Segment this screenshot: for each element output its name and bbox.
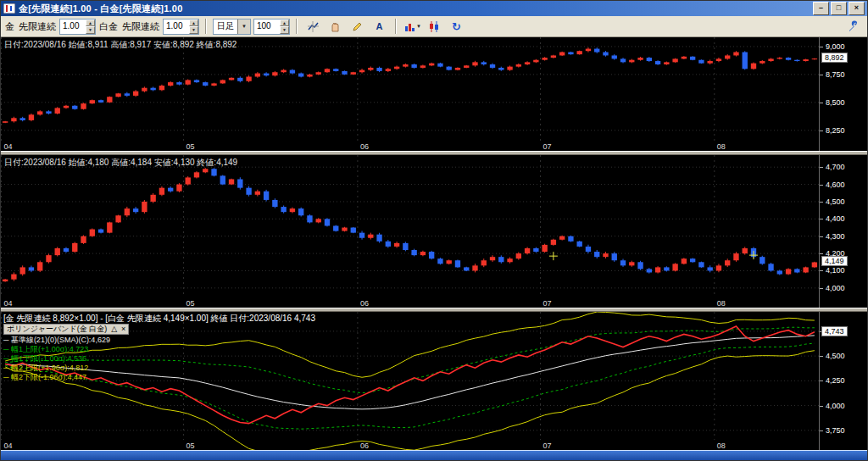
text-tool-button[interactable]: A [370, 17, 389, 36]
pencil-icon [351, 20, 364, 33]
y-axis-tickmark [820, 103, 823, 103]
spinner-arrows[interactable]: ▲ ▼ [86, 19, 95, 34]
symbol1-multiplier-value: 1.00 [60, 19, 86, 34]
y-axis-tickmark [820, 75, 823, 75]
gold-price-axis: 9,0008,7508,5008,2508,892 [819, 37, 867, 151]
y-axis-tickmark [820, 270, 823, 271]
spinner-down-icon[interactable]: ▼ [189, 26, 198, 34]
x-axis-label: 05 [186, 442, 195, 450]
indicator-button[interactable] [425, 17, 444, 36]
timeframe-select[interactable]: 日足 ▼ [213, 19, 251, 35]
symbol2-multiplier-spinner[interactable]: 1.00 ▲ ▼ [163, 19, 199, 35]
y-axis-tick: 4,500 [826, 197, 845, 206]
indicator-legend-item: ─ 幅1下限(-1.00σ):4,536 [3, 354, 110, 364]
x-axis-label: 06 [360, 299, 369, 308]
y-axis-tickmark [820, 253, 823, 254]
y-axis-tick: 8,750 [826, 70, 845, 79]
maximize-button[interactable]: □ [831, 2, 847, 15]
indicator-legend-item: ─ 幅2下限(-1.96σ):4,447 [3, 373, 110, 382]
spinner-arrows[interactable]: ▲ ▼ [189, 19, 198, 34]
wrench-icon [848, 20, 860, 33]
spread-formula-text: [金 先限連続 8,892×1.00] - [白金 先限連続 4,149×1.0… [3, 313, 315, 325]
chart-type-button[interactable]: ▼ [403, 17, 422, 36]
settings-button[interactable] [844, 17, 864, 36]
spread-line-plot[interactable]: [金 先限連続 8,892×1.00] - [白金 先限連続 4,149×1.0… [1, 312, 819, 450]
app-window: 金[先限連続]1.00 - 白金[先限連続]1.00 – □ × 金 先限連続 … [0, 0, 868, 461]
spinner-down-icon[interactable]: ▼ [280, 26, 289, 34]
toolbar-separator [205, 19, 207, 34]
platinum-price-axis: 4,7004,6004,5004,4004,3004,2004,1004,000… [819, 155, 867, 308]
refresh-icon: ↻ [452, 21, 461, 32]
indicator-title: ボリンジャーバンド(金 白金) [7, 325, 107, 334]
symbol2-multiplier-value: 1.00 [164, 19, 189, 34]
indicator-legend-item: ─ 幅2上限(+1.96σ):4,812 [3, 364, 110, 373]
symbol1-contract-label: 先限連続 [19, 20, 56, 33]
chevron-down-icon: ▼ [416, 24, 421, 29]
gold-candlestick-plot[interactable]: 日付:2023/08/16 始値:8,911 高値:8,917 安値:8,892… [1, 37, 819, 151]
x-axis-label: 07 [542, 299, 551, 308]
indicator-legend-items: ─ 基準線(21)(0)(SMA)(C):4,629─ 幅1上限(+1.00σ)… [3, 336, 110, 382]
x-axis-label: 07 [542, 442, 551, 450]
chart-panel-platinum: 日付:2023/08/16 始値:4,180 高値:4,184 安値:4,130… [1, 155, 867, 308]
chevron-down-icon[interactable]: ▼ [237, 19, 250, 34]
gold-x-axis: 0405060708 [1, 141, 819, 151]
indicator-close-button[interactable]: × [121, 325, 125, 334]
y-axis-tickmark [820, 47, 823, 47]
platinum-x-axis: 0405060708 [1, 297, 819, 308]
y-axis-tick: 4,600 [826, 181, 845, 189]
last-price-label: 4,149 [821, 256, 848, 266]
gold-ohlc-info: 日付:2023/08/16 始値:8,911 高値:8,917 安値:8,892… [4, 39, 236, 51]
y-axis-tick: 9,000 [826, 42, 845, 51]
y-axis-tickmark [820, 380, 823, 381]
y-axis-tick: 8,500 [826, 98, 845, 107]
hand-icon [329, 20, 342, 33]
spinner-down-icon[interactable]: ▼ [86, 26, 95, 34]
y-axis-tick: 8,250 [826, 126, 845, 135]
crosshair-icon [307, 20, 320, 33]
y-axis-tick: 3,750 [826, 426, 845, 435]
refresh-button[interactable]: ↻ [447, 17, 466, 36]
chart-canvas[interactable] [1, 37, 819, 151]
app-icon [3, 3, 16, 14]
crosshair-tool-button[interactable] [303, 17, 323, 36]
platinum-candlestick-plot[interactable]: 日付:2023/08/16 始値:4,180 高値:4,184 安値:4,130… [1, 155, 819, 308]
symbol1-label: 金 [5, 20, 14, 33]
y-axis-tick: 4,000 [826, 284, 845, 292]
spinner-up-icon[interactable]: ▲ [86, 19, 95, 27]
x-axis-label: 05 [186, 142, 195, 151]
x-axis-label: 08 [717, 442, 726, 450]
spinner-up-icon[interactable]: ▲ [189, 19, 198, 27]
x-axis-label: 04 [4, 142, 13, 151]
draw-line-tool-button[interactable] [348, 17, 367, 36]
y-axis-tick: 4,000 [826, 402, 845, 410]
x-axis-label: 06 [360, 142, 369, 151]
symbol2-label: 白金 [99, 20, 118, 33]
text-tool-icon: A [376, 21, 383, 31]
y-axis-tickmark [820, 288, 823, 289]
candlestick-icon [428, 20, 441, 33]
status-bar [1, 450, 867, 460]
y-axis-tickmark [820, 167, 823, 168]
indicator-collapse-button[interactable]: △ [111, 325, 117, 334]
chart-canvas[interactable] [1, 155, 819, 308]
spinner-up-icon[interactable]: ▲ [280, 19, 289, 27]
symbol1-multiplier-spinner[interactable]: 1.00 ▲ ▼ [59, 19, 96, 35]
bar-count-spinner[interactable]: 100 ▲ ▼ [253, 19, 290, 35]
y-axis-tick: 4,400 [826, 214, 845, 223]
y-axis-tick: 4,300 [826, 232, 845, 241]
titlebar[interactable]: 金[先限連続]1.00 - 白金[先限連続]1.00 – □ × [1, 1, 867, 16]
window-title: 金[先限連続]1.00 - 白金[先限連続]1.00 [19, 3, 813, 15]
chart-panel-gold: 日付:2023/08/16 始値:8,911 高値:8,917 安値:8,892… [1, 37, 867, 151]
hand-tool-button[interactable] [326, 17, 345, 36]
spinner-arrows[interactable]: ▲ ▼ [280, 19, 289, 34]
x-axis-label: 06 [360, 442, 369, 450]
y-axis-tickmark [820, 406, 823, 407]
toolbar: 金 先限連続 1.00 ▲ ▼ 白金 先限連続 1.00 ▲ ▼ 日足 ▼ 10… [1, 16, 867, 37]
y-axis-tick: 4,100 [826, 266, 845, 275]
y-axis-tickmark [820, 236, 823, 237]
minimize-button[interactable]: – [813, 2, 829, 15]
toolbar-separator [395, 19, 397, 34]
x-axis-label: 04 [4, 299, 13, 308]
symbol2-contract-label: 先限連続 [122, 20, 159, 33]
close-button[interactable]: × [849, 2, 865, 15]
